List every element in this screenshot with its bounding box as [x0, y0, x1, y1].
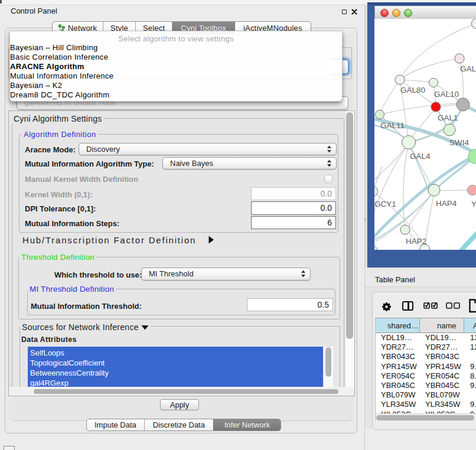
svg-text:GAL7: GAL7: [460, 64, 476, 73]
svg-text:HAP2: HAP2: [406, 237, 426, 246]
svg-text:GCY1: GCY1: [374, 200, 396, 208]
svg-text:GAL4: GAL4: [410, 152, 431, 161]
svg-text:GAL10: GAL10: [434, 90, 459, 99]
svg-text:Y: Y: [471, 200, 476, 208]
svg-text:SWI4: SWI4: [449, 138, 469, 147]
svg-text:GAL11: GAL11: [380, 121, 405, 130]
svg-text:GAL80: GAL80: [400, 86, 425, 94]
svg-text:GAL1: GAL1: [438, 113, 458, 122]
svg-text:HAP4: HAP4: [436, 199, 457, 208]
